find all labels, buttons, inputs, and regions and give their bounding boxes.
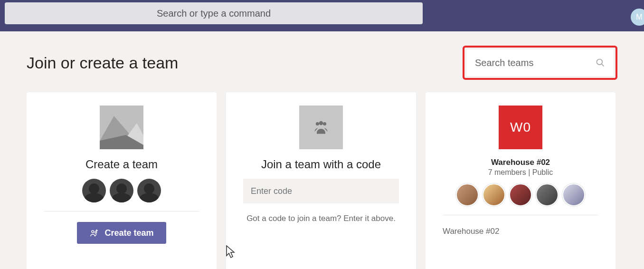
svg-point-4 [316,122,319,125]
team-initials: W0 [510,120,531,135]
svg-point-5 [319,121,323,125]
avatar-placeholder-icon [137,179,161,202]
card-divider [443,215,598,215]
enter-code-input[interactable] [243,179,399,203]
create-team-button[interactable]: Create team [77,222,166,244]
join-with-code-card: Join a team with a code Got a code to jo… [226,92,416,269]
svg-line-1 [602,64,604,67]
create-team-card[interactable]: Create a team Create team [27,92,217,269]
team-avatar-tile: W0 [499,106,542,149]
create-team-button-label: Create team [104,228,153,238]
avatar-placeholder-icon [82,179,106,202]
join-code-title: Join a team with a code [261,158,381,171]
join-code-thumb [299,106,343,149]
search-icon [596,58,605,67]
svg-point-6 [323,122,326,125]
member-avatar [562,183,585,206]
svg-point-2 [92,231,94,233]
team-meta: 7 members | Public [488,168,553,177]
team-name: Warehouse #02 [491,158,550,167]
team-plus-icon [89,228,100,238]
create-team-thumb [100,106,143,149]
svg-point-0 [597,59,603,65]
command-search-box[interactable] [5,2,423,24]
search-teams-box[interactable] [466,49,614,76]
create-team-title: Create a team [85,158,158,171]
search-teams-highlight [463,46,617,80]
member-avatar [483,183,505,206]
people-icon [313,119,330,136]
member-avatar [509,183,532,206]
team-member-avatars [456,183,585,206]
member-avatar [456,183,479,206]
svg-point-3 [95,231,97,233]
card-divider [44,211,199,211]
search-teams-input[interactable] [475,58,579,68]
cards-row: Create a team Create team Join [27,92,617,269]
user-avatar[interactable]: M [631,9,644,26]
team-result-card[interactable]: W0 Warehouse #02 7 members | Public Ware… [426,92,616,269]
member-avatar [536,183,559,206]
command-search-input[interactable] [5,8,423,19]
header-row: Join or create a team [27,46,617,80]
placeholder-avatars [82,179,161,202]
main-content: Join or create a team Create a team [0,31,644,269]
avatar-placeholder-icon [110,179,133,202]
join-code-help-text: Got a code to join a team? Enter it abov… [246,214,396,223]
page-title: Join or create a team [27,54,178,72]
team-footer-label: Warehouse #02 [443,227,499,236]
top-bar: M [0,0,644,31]
